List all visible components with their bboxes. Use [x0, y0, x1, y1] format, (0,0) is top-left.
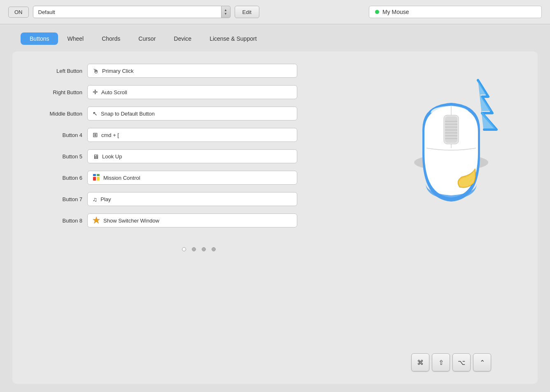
mouse-indicator: My Mouse: [369, 6, 542, 18]
shift-key[interactable]: ⇧: [432, 353, 450, 371]
button8-row: Button 8 Show Switcher Window: [29, 213, 369, 227]
pagination-dot-2[interactable]: [192, 247, 196, 251]
arrow-up-icon: ▲: [224, 9, 227, 12]
svg-rect-2: [93, 177, 96, 181]
button5-field[interactable]: 🖥 Look Up: [87, 149, 297, 163]
mouse-illustration-area: ⌘ ⇧ ⌥ ⌃: [381, 64, 521, 371]
right-button-field[interactable]: ✛ Auto Scroll: [87, 85, 297, 99]
tab-buttons[interactable]: Buttons: [21, 32, 58, 45]
tabs-bar: Buttons Wheel Chords Cursor Device Licen…: [12, 32, 538, 45]
button4-field[interactable]: ⊞ cmd + [: [87, 128, 297, 142]
svg-marker-4: [93, 217, 100, 223]
button6-row: Button 6 Mission Control: [29, 171, 369, 185]
pagination-dots: [182, 247, 216, 251]
on-button[interactable]: ON: [8, 7, 29, 18]
button6-icon: [93, 174, 100, 182]
button4-label: Button 4: [29, 132, 82, 138]
button4-icon: ⊞: [93, 131, 98, 139]
pagination-dot-4[interactable]: [212, 247, 216, 251]
left-button-value: Primary Click: [102, 68, 134, 74]
button7-label: Button 7: [29, 196, 82, 202]
button5-icon: 🖥: [93, 153, 99, 160]
button7-icon: ♫: [93, 196, 97, 203]
tab-chords[interactable]: Chords: [93, 32, 129, 45]
option-key[interactable]: ⌥: [452, 353, 471, 371]
svg-rect-0: [93, 174, 96, 176]
profile-dropdown-container: Default ▲ ▼: [33, 6, 231, 18]
arrow-down-icon: ▼: [224, 12, 227, 16]
button5-label: Button 5: [29, 153, 82, 160]
button7-field[interactable]: ♫ Play: [87, 192, 297, 206]
cmd-key[interactable]: ⌘: [411, 353, 429, 371]
mouse-illustration: [398, 72, 505, 212]
profile-dropdown[interactable]: Default: [33, 6, 221, 18]
left-button-label: Left Button: [29, 68, 82, 74]
svg-rect-3: [97, 177, 100, 181]
svg-rect-1: [97, 174, 100, 176]
button7-row: Button 7 ♫ Play: [29, 192, 369, 206]
pagination-dot-3[interactable]: [202, 247, 206, 251]
right-button-label: Right Button: [29, 89, 82, 95]
button7-value: Play: [100, 196, 111, 202]
right-button-row: Right Button ✛ Auto Scroll: [29, 85, 369, 99]
edit-button[interactable]: Edit: [235, 6, 259, 18]
button6-label: Button 6: [29, 175, 82, 181]
pagination-dot-1[interactable]: [182, 247, 186, 251]
button4-row: Button 4 ⊞ cmd + [: [29, 128, 369, 142]
pagination-area: [29, 235, 369, 253]
right-button-icon: ✛: [93, 88, 98, 96]
button-list: Left Button 🖱 Primary Click Right Button…: [29, 64, 369, 371]
tab-device[interactable]: Device: [165, 32, 200, 45]
button5-row: Button 5 🖥 Look Up: [29, 149, 369, 163]
tab-license[interactable]: License & Support: [200, 32, 266, 45]
tab-wheel[interactable]: Wheel: [58, 32, 93, 45]
button8-label: Button 8: [29, 218, 82, 224]
button6-field[interactable]: Mission Control: [87, 171, 297, 185]
middle-button-icon: ↖: [93, 110, 98, 117]
button4-value: cmd + [: [101, 132, 119, 138]
connection-status-dot: [375, 10, 379, 14]
right-button-value: Auto Scroll: [101, 89, 127, 95]
button6-value: Mission Control: [103, 175, 140, 181]
main-content: Buttons Wheel Chords Cursor Device Licen…: [0, 24, 550, 392]
content-area: Left Button 🖱 Primary Click Right Button…: [12, 51, 538, 384]
middle-button-label: Middle Button: [29, 111, 82, 117]
button8-field[interactable]: Show Switcher Window: [87, 213, 297, 227]
middle-button-value: Snap to Default Button: [101, 111, 155, 117]
top-bar: ON Default ▲ ▼ Edit My Mouse: [0, 0, 550, 24]
left-button-row: Left Button 🖱 Primary Click: [29, 64, 369, 78]
left-button-field[interactable]: 🖱 Primary Click: [87, 64, 297, 78]
mouse-name-label: My Mouse: [382, 9, 409, 15]
button8-value: Show Switcher Window: [103, 218, 159, 224]
ctrl-key[interactable]: ⌃: [473, 353, 491, 371]
tab-cursor[interactable]: Cursor: [129, 32, 165, 45]
middle-button-row: Middle Button ↖ Snap to Default Button: [29, 107, 369, 121]
middle-button-field[interactable]: ↖ Snap to Default Button: [87, 107, 297, 121]
dropdown-arrows[interactable]: ▲ ▼: [221, 6, 231, 18]
button5-value: Look Up: [102, 153, 122, 160]
button8-icon: [93, 216, 100, 225]
left-button-icon: 🖱: [93, 67, 99, 74]
